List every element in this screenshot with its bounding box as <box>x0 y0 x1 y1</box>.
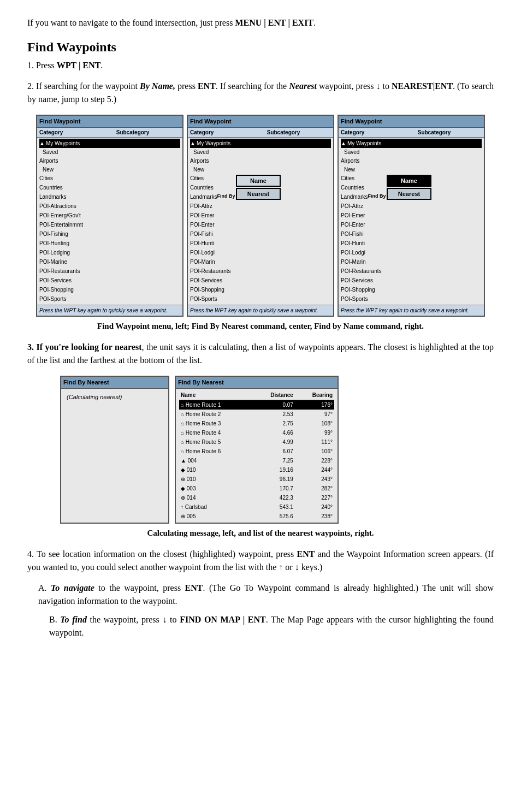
panel2-sub-new: New <box>193 165 331 174</box>
panel2-title: Find Waypoint <box>188 116 333 128</box>
nearest-row-name: ⌂ Home Route 5 <box>179 437 251 447</box>
panel1-title: Find Waypoint <box>37 116 182 128</box>
panel3-item-poi-lodgi: POI-Lodgi <box>341 248 482 257</box>
nearest-row-name: ⌂ Home Route 3 <box>179 419 251 428</box>
panel3-title: Find Waypoint <box>339 116 484 128</box>
nearest-row-name: ▲ 004 <box>179 456 251 465</box>
panel3-item-mywaypoints: ▲ My Waypoints <box>341 139 482 148</box>
nearest-table-row: ⌂ Home Route 6 6.07 106° <box>179 447 334 456</box>
nearest-row-bearing: 108° <box>295 419 334 428</box>
panel3-header-col1: Category <box>341 128 418 137</box>
stepB-bold: To find <box>60 615 87 624</box>
find-waypoint-panel-right: Find Waypoint Category Subcategory ▲ My … <box>338 115 485 317</box>
panel1-header: Category Subcategory <box>37 128 182 138</box>
panel1-item-poi-fishing: POI-Fishing <box>39 229 180 239</box>
find-waypoint-panel-left: Find Waypoint Category Subcategory ▲ My … <box>36 115 183 317</box>
intro-period: . <box>313 18 316 27</box>
nearest-label: Nearest <box>289 81 317 91</box>
panel1-footer: Press the WPT key again to quickly save … <box>37 305 182 316</box>
nearest-row-name: ◆ 010 <box>179 465 251 475</box>
nearest-table-row: ⌂ Home Route 1 0.07 176° <box>179 400 334 410</box>
panel3-item-poi-hunti: POI-Hunti <box>341 239 482 248</box>
panel1-item-poi-marine: POI-Marine <box>39 257 180 266</box>
nearest-row-dist: 0.07 <box>251 400 295 410</box>
panel1-item-mywaypoints: ▲ My Waypoints <box>39 139 180 148</box>
panels-caption: Find Waypoint menu, left; Find By Neares… <box>27 320 494 333</box>
nearest-table-row: ◆ 010 19.16 244° <box>179 465 334 475</box>
panel2-item-poi-sports: POI-Sports <box>190 294 331 304</box>
panel2-body: ▲ My Waypoints Saved Airports New Cities… <box>188 138 333 305</box>
col-name-header: Name <box>179 390 251 400</box>
panel3-sub-new: New <box>344 165 482 174</box>
panel1-item-cities: Cities <box>39 174 180 183</box>
nearest-row-bearing: 106° <box>295 447 334 456</box>
panel3-item-poi-marin: POI-Marin <box>341 257 482 266</box>
find-waypoint-panel-center: Find Waypoint Category Subcategory ▲ My … <box>187 115 334 317</box>
nearest-table-row: ↑ Carlsbad 543.1 240° <box>179 502 334 512</box>
intro-text: If you want to navigate to the found int… <box>27 18 235 27</box>
panel1-item-poi-lodging: POI-Lodging <box>39 248 180 257</box>
panel2-header-col2: Subcategory <box>267 128 331 137</box>
nearest-row-dist: 4.66 <box>251 428 295 437</box>
nearest-panel-right-title: Find By Nearest <box>176 377 338 389</box>
nearest-row-bearing: 282° <box>295 484 334 493</box>
panel2-item-poi-attr: POI-Attrz <box>190 201 331 211</box>
nearest-panel-right: Find By Nearest Name Distance Bearing ⌂ … <box>175 376 339 524</box>
panel2-sub-saved: Saved <box>193 148 331 156</box>
panel3-item-poi-enter: POI-Enter <box>341 220 482 229</box>
step3-bold: 3. If you're looking for nearest <box>27 342 142 352</box>
nearest-row-dist: 96.19 <box>251 475 295 484</box>
by-name-label: By Name, <box>140 81 175 91</box>
stepA-para: A. To navigate to the waypoint, press EN… <box>38 582 494 608</box>
panel2-item-poi-fishi: POI-Fishi <box>190 229 331 239</box>
panel3-item-poi-fishi: POI-Fishi <box>341 229 482 239</box>
panel2-item-poi-services: POI-Services <box>190 276 331 285</box>
nearest-row-dist: 2.53 <box>251 410 295 419</box>
panel2-item-poi-emer: POI-Emer <box>190 211 331 220</box>
nearest-row-name: ⌂ Home Route 1 <box>179 400 251 410</box>
nearest-row-name: ⊕ 014 <box>179 493 251 502</box>
nearest-row-name: ⊕ 010 <box>179 475 251 484</box>
panel1-item-landmarks: Landmarks <box>39 192 180 201</box>
panel2-item-poi-enter: POI-Enter <box>190 220 331 229</box>
nearest-panel-right-body: Name Distance Bearing ⌂ Home Route 1 0.0… <box>176 389 338 523</box>
panel1-item-poi-sports: POI-Sports <box>39 294 180 304</box>
section-title: Find Waypoints <box>27 37 494 57</box>
nearest-panel-left: Find By Nearest (Calculating nearest) <box>60 376 169 524</box>
nearest-table-header: Name Distance Bearing <box>179 390 334 400</box>
panel2-item-poi-hunti: POI-Hunti <box>190 239 331 248</box>
nearest-overlay-center: Nearest <box>236 188 281 200</box>
panel1-item-poi-attractions: POI-Attractions <box>39 201 180 211</box>
nearest-table-row: ⌂ Home Route 5 4.99 111° <box>179 437 334 447</box>
panel1-sub-saved: Saved <box>43 148 180 156</box>
nearest-panels-row: Find By Nearest (Calculating nearest) Fi… <box>60 376 494 524</box>
panel1-body: ▲ My Waypoints Saved Airports New Cities… <box>37 138 182 305</box>
panel1-header-col2: Subcategory <box>116 128 180 137</box>
panel3-footer: Press the WPT key again to quickly save … <box>339 305 484 316</box>
panel2-item-poi-marin: POI-Marin <box>190 257 331 266</box>
nearest-row-bearing: 244° <box>295 465 334 475</box>
panel3-header: Category Subcategory <box>339 128 484 138</box>
name-overlay-right: Name <box>387 175 431 187</box>
nearest-table: Name Distance Bearing ⌂ Home Route 1 0.0… <box>179 390 334 521</box>
intro-paragraph: If you want to navigate to the found int… <box>27 16 494 29</box>
nearest-table-row: ◆ 003 170.7 282° <box>179 484 334 493</box>
nearest-row-dist: 543.1 <box>251 502 295 512</box>
nearest-row-dist: 19.16 <box>251 465 295 475</box>
panel1-item-poi-services: POI-Services <box>39 276 180 285</box>
panel1-item-countries: Countries <box>39 183 180 192</box>
nearest-row-bearing: 243° <box>295 475 334 484</box>
nearest-row-bearing: 240° <box>295 502 334 512</box>
stepB-para: B. To find the waypoint, press ↓ to FIND… <box>49 613 494 639</box>
nearest-row-bearing: 227° <box>295 493 334 502</box>
col-dist-header: Distance <box>251 390 295 400</box>
nearest-table-row: ⌂ Home Route 4 4.66 99° <box>179 428 334 437</box>
nearest-table-row: ⌂ Home Route 2 2.53 97° <box>179 410 334 419</box>
nearest-row-dist: 2.75 <box>251 419 295 428</box>
panel1-header-col1: Category <box>39 128 116 137</box>
panel3-item-poi-attr: POI-Attrz <box>341 201 482 211</box>
intro-keys: MENU | ENT | EXIT <box>235 18 313 27</box>
nearest-panel-left-body: (Calculating nearest) <box>61 389 168 487</box>
panel1-sub-new: New <box>43 165 180 174</box>
panel3-item-poi-restaurants: POI-Restaurants <box>341 266 482 276</box>
